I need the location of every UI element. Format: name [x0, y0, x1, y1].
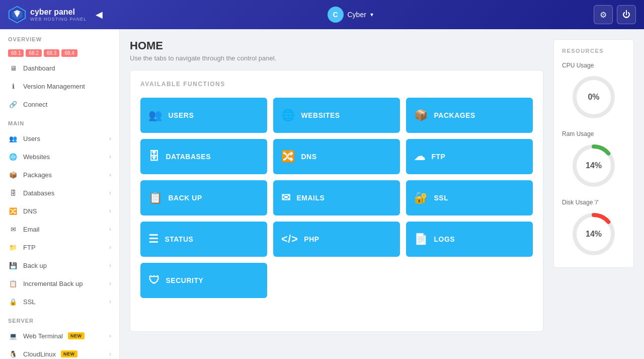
sidebar-item-label: Dashboard [23, 64, 55, 72]
sidebar-item-users[interactable]: 👥 Users › [0, 129, 119, 148]
func-backup-button[interactable]: 📋 BACK UP [140, 180, 267, 216]
sidebar-item-label: Web Terminal [23, 332, 63, 340]
func-status-button[interactable]: ☰ STATUS [140, 222, 267, 257]
settings-button[interactable]: ⚙ [594, 5, 613, 24]
func-label: STATUS [165, 235, 194, 243]
func-packages-button[interactable]: 📦 PACKAGES [406, 98, 533, 133]
func-ssl-button[interactable]: 🔐 SSL [406, 180, 533, 216]
info-icon: ℹ [8, 81, 18, 91]
power-button[interactable]: ⏻ [617, 5, 636, 24]
sidebar-item-label: Incremental Back up [23, 280, 83, 288]
sidebar-item-label: DNS [23, 207, 37, 215]
new-badge: NEW [61, 350, 77, 357]
cloudlinux-icon: 🐧 [8, 349, 18, 359]
chevron-right-icon: › [109, 226, 111, 233]
sidebar-item-label: Email [23, 226, 40, 233]
sidebar-item-packages[interactable]: 📦 Packages › [0, 166, 119, 184]
backup-func-icon: 📋 [148, 191, 163, 204]
func-label: FTP [432, 153, 446, 161]
logs-func-icon: 📄 [414, 233, 428, 246]
sidebar-item-label: Version Management [23, 83, 85, 90]
packages-func-icon: 📦 [414, 109, 428, 122]
sidebar-item-label: Packages [23, 171, 52, 179]
chevron-right-icon: › [109, 171, 111, 178]
link-icon: 🔗 [8, 99, 18, 109]
sidebar-item-email[interactable]: ✉ Email › [0, 220, 119, 238]
chevron-right-icon: › [109, 189, 111, 196]
status-func-icon: ☰ [148, 233, 159, 246]
logo: cyber panel WEB HOSTING PANEL [8, 6, 87, 24]
page-title: HOME [130, 39, 543, 52]
gear-icon: ⚙ [600, 10, 607, 20]
logo-icon [8, 6, 26, 24]
func-label: DATABASES [166, 153, 211, 161]
func-emails-button[interactable]: ✉ EMAILS [273, 180, 400, 216]
func-ftp-button[interactable]: ☁ FTP [406, 139, 533, 174]
chevron-right-icon: › [109, 135, 111, 142]
sidebar-item-incremental-backup[interactable]: 📋 Incremental Back up › [0, 274, 119, 293]
disk-label: Disk Usage '/' [562, 199, 599, 206]
databases-func-icon: 🗄 [148, 150, 160, 163]
sidebar: OVERVIEW 68.1 68.2 68.3 68.4 🖥 Dashboard… [0, 29, 120, 359]
func-label: PACKAGES [434, 111, 475, 119]
chevron-right-icon: › [109, 262, 111, 269]
sidebar-item-web-terminal[interactable]: 💻 Web Terminal NEW › [0, 327, 119, 345]
func-logs-button[interactable]: 📄 LOGS [406, 222, 533, 257]
sidebar-item-dashboard[interactable]: 🖥 Dashboard [0, 59, 119, 77]
sidebar-item-ftp[interactable]: 📁 FTP › [0, 238, 119, 256]
resources-card: RESOURCES CPU Usage 0% Ram Usage [553, 39, 634, 268]
disk-value: 14% [586, 230, 602, 239]
func-security-button[interactable]: 🛡 SECURITY [140, 263, 267, 298]
chevron-right-icon: › [109, 280, 111, 287]
ip-block: 68.1 68.2 68.3 68.4 [0, 45, 119, 59]
terminal-icon: 💻 [8, 331, 18, 341]
disk-donut: 14% [569, 209, 619, 259]
main-layout: OVERVIEW 68.1 68.2 68.3 68.4 🖥 Dashboard… [0, 29, 644, 359]
user-name: Cyber [348, 11, 366, 19]
header-actions: ⚙ ⏻ [594, 5, 636, 24]
user-dropdown[interactable]: C Cyber ▾ [328, 7, 373, 23]
power-icon: ⏻ [622, 10, 630, 19]
sidebar-item-ssl[interactable]: 🔒 SSL › [0, 293, 119, 311]
func-label: PHP [304, 235, 319, 243]
cpu-resource: CPU Usage 0% [562, 62, 625, 122]
sidebar-item-cloudlinux[interactable]: 🐧 CloudLinux NEW › [0, 345, 119, 359]
sidebar-item-databases[interactable]: 🗄 Databases › [0, 184, 119, 202]
users-icon: 👥 [8, 133, 18, 143]
func-users-button[interactable]: 👥 USERS [140, 98, 267, 133]
security-func-icon: 🛡 [148, 274, 160, 287]
func-label: BACK UP [169, 194, 202, 202]
sidebar-item-websites[interactable]: 🌐 Websites › [0, 148, 119, 166]
func-databases-button[interactable]: 🗄 DATABASES [140, 139, 267, 174]
logo-text: cyber panel WEB HOSTING PANEL [30, 8, 87, 22]
sidebar-item-backup[interactable]: 💾 Back up › [0, 256, 119, 274]
sidebar-item-label: CloudLinux [23, 350, 56, 358]
chevron-right-icon: › [109, 332, 111, 339]
func-label: SSL [434, 194, 449, 202]
page-subtitle: Use the tabs to navigate through the con… [130, 54, 543, 62]
functions-card: AVAILABLE FUNCTIONS 👥 USERS 🌐 WEBSITES 📦… [130, 70, 543, 332]
sidebar-toggle-button[interactable]: ◀ [92, 7, 107, 22]
sidebar-item-version-management[interactable]: ℹ Version Management [0, 77, 119, 95]
func-dns-button[interactable]: 🔀 DNS [273, 139, 400, 174]
backup-icon: 💾 [8, 260, 18, 270]
func-label: USERS [169, 111, 194, 119]
func-websites-button[interactable]: 🌐 WEBSITES [273, 98, 400, 133]
globe-icon: 🌐 [8, 152, 18, 162]
package-icon: 📦 [8, 170, 18, 180]
logo-title: cyber panel [30, 8, 87, 17]
sidebar-item-dns[interactable]: 🔀 DNS › [0, 202, 119, 220]
cpu-donut: 0% [569, 72, 619, 122]
header-left: cyber panel WEB HOSTING PANEL ◀ [8, 6, 107, 24]
sidebar-item-connect[interactable]: 🔗 Connect [0, 95, 119, 113]
chevron-right-icon: › [109, 244, 111, 251]
ram-resource: Ram Usage 14% [562, 130, 625, 191]
func-label: DNS [301, 153, 317, 161]
ip-pill-1: 68.1 [8, 49, 24, 57]
monitor-icon: 🖥 [8, 63, 18, 73]
func-php-button[interactable]: </> PHP [273, 222, 400, 257]
ip-pill-2: 68.2 [26, 49, 41, 57]
functions-section-title: AVAILABLE FUNCTIONS [140, 81, 533, 88]
chevron-right-icon: › [109, 153, 111, 160]
sidebar-item-label: FTP [23, 244, 36, 251]
